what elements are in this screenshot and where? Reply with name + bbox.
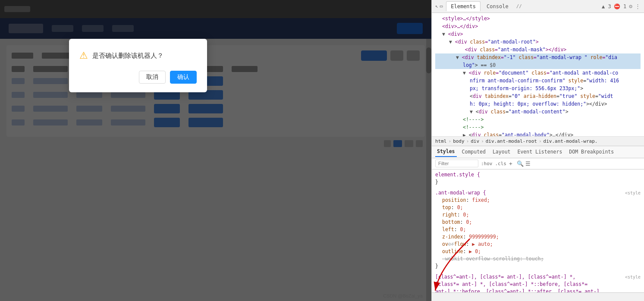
- devtools-icon-mobile[interactable]: ▭: [440, 3, 443, 9]
- devtools-styles-tabs: Styles Computed Layout Event Listeners D…: [432, 146, 644, 158]
- filter-icon-group: 🔍 ☰: [517, 160, 531, 167]
- devtools-status-bar: [432, 292, 644, 301]
- css-prop-outline: outline: ▶ 0;: [435, 248, 641, 255]
- modal-overlay: ⚠ 是否确认删除该机器人？ 取消 确认: [0, 0, 431, 301]
- more-options-icon[interactable]: ⋮: [635, 3, 641, 9]
- filter-class-toggle[interactable]: .cls: [495, 161, 507, 166]
- html-line: <style>…</style>: [435, 15, 641, 22]
- breadcrumb-div-modal-wrap[interactable]: div.ant-modal-wrap.: [543, 138, 598, 144]
- css-selector-line: [class^=ant-], [class*= ant-], [class^=a…: [435, 273, 641, 281]
- modal-dialog: ⚠ 是否确认删除该机器人？ 取消 确认: [69, 39, 207, 92]
- devtools-top-tabs: ↖ ▭ Elements Console // ▲ 3 ⛔ 1 ⚙ ⋮: [432, 0, 644, 13]
- css-selector-line-3: ant-] *::before, [class^=ant-] *::after,…: [435, 288, 641, 293]
- settings-icon[interactable]: ⚙: [629, 3, 632, 9]
- devtools-panel: ↖ ▭ Elements Console // ▲ 3 ⛔ 1 ⚙ ⋮ <sty…: [431, 0, 644, 301]
- modal-footer: 取消 确认: [79, 71, 197, 84]
- modal-cancel-button[interactable]: 取消: [139, 71, 166, 84]
- warnings-badge: ▲ 3: [602, 3, 611, 9]
- html-line: ▼ <div>: [435, 30, 641, 38]
- html-line: nfirm ant-modal-confirm-confirm" style="…: [435, 77, 641, 85]
- html-line: log"> == $0: [435, 61, 641, 69]
- html-line: ▼ <div class="ant-modal-content">: [435, 108, 641, 116]
- html-line-selected[interactable]: ▼ <div tabindex="-1" class="ant-modal-wr…: [435, 53, 641, 61]
- styles-tab-styles[interactable]: Styles: [435, 147, 457, 157]
- css-prop-bottom: bottom: 0;: [435, 219, 641, 226]
- html-line: h: 0px; height: 0px; overflow: hidden;">…: [435, 100, 641, 108]
- html-line: px; transform-origin: 556.6px 233px;">: [435, 85, 641, 92]
- html-line: <div class="ant-modal-mask"></div>: [435, 46, 641, 53]
- styles-tab-layout[interactable]: Layout: [491, 147, 512, 157]
- html-line: ▼ <div role="document" class="ant-modal …: [435, 69, 641, 77]
- css-prop-position: position: fixed;: [435, 197, 641, 204]
- html-line: ▼ <div class="ant-modal-root">: [435, 38, 641, 46]
- html-line: <div>…</div>: [435, 22, 641, 30]
- devtools-breadcrumb: html › body › div › div.ant-modal-root ›…: [432, 137, 644, 146]
- devtools-icon-cursor[interactable]: ↖: [435, 3, 438, 9]
- styles-tab-computed[interactable]: Computed: [460, 147, 487, 157]
- css-prop-top: top: 0;: [435, 204, 641, 211]
- html-line: ▶ <div class="ant-modal-body">…</div>: [435, 131, 641, 137]
- css-selector-line: .ant-modal-wrap { <style: [435, 189, 641, 197]
- filter-hover-toggle[interactable]: :hov: [481, 161, 493, 166]
- tab-elements[interactable]: Elements: [446, 1, 481, 11]
- css-close-brace: }: [435, 263, 641, 270]
- css-prop-right: right: 0;: [435, 211, 641, 219]
- html-line: <!---->: [435, 123, 641, 131]
- css-close-brace: }: [435, 179, 641, 186]
- devtools-toolbar-icons: ▲ 3 ⛔ 1 ⚙ ⋮: [602, 3, 641, 9]
- new-rule-icon[interactable]: ☰: [525, 160, 531, 167]
- css-prop-overflow: overflow: ▶ auto;: [435, 241, 641, 248]
- css-rule-ant-classes: [class^=ant-], [class*= ant-], [class^=a…: [435, 273, 641, 293]
- modal-message: 是否确认删除该机器人？: [92, 52, 163, 60]
- modal-body: ⚠ 是否确认删除该机器人？: [79, 51, 197, 60]
- errors-badge: ⛔ 1: [614, 3, 626, 9]
- html-line: <!---->: [435, 116, 641, 123]
- css-filter-input[interactable]: [435, 160, 478, 167]
- breadcrumb-div[interactable]: div: [471, 138, 479, 144]
- css-selector-line-2: [class*= ant-] *, [class^=ant-] *::befor…: [435, 281, 641, 288]
- css-selector-line: element.style {: [435, 171, 641, 179]
- styles-tab-event-listeners[interactable]: Event Listeners: [515, 147, 564, 157]
- modal-warning-icon: ⚠: [79, 51, 88, 60]
- tab-more[interactable]: //: [515, 2, 524, 11]
- css-prop-webkit-overflow: -webkit-overflow-scrolling: touch;: [435, 255, 641, 263]
- csdn-watermark: CSDN @BoZai_ya: [383, 293, 423, 298]
- filter-add-rule[interactable]: +: [509, 160, 512, 167]
- styles-tab-dom-breakpoints[interactable]: DOM Breakpoints: [567, 147, 616, 157]
- tab-console[interactable]: Console: [482, 2, 513, 11]
- css-prop-z-index: z-index: 999999999;: [435, 233, 641, 241]
- devtools-filter-bar: :hov .cls + 🔍 ☰: [432, 158, 644, 169]
- devtools-html-tree: <style>…</style> <div>…</div> ▼ <div> ▼ …: [432, 13, 644, 137]
- modal-confirm-button[interactable]: 确认: [170, 71, 197, 84]
- html-line: <div tabindex="0" aria-hidden="true" sty…: [435, 92, 641, 100]
- css-rule-ant-modal-wrap: .ant-modal-wrap { <style position: fixed…: [435, 189, 641, 270]
- inspect-icon[interactable]: 🔍: [517, 160, 524, 167]
- breadcrumb-div-modal-root[interactable]: div.ant-modal-root: [486, 138, 537, 144]
- css-prop-left: left: 0;: [435, 226, 641, 233]
- breadcrumb-html[interactable]: html: [435, 138, 447, 144]
- css-rule-element-style: element.style { }: [435, 171, 641, 186]
- browser-area: ⚠ 是否确认删除该机器人？ 取消 确认 CSDN @BoZai_ya: [0, 0, 431, 301]
- devtools-css-rules: element.style { } .ant-modal-wrap { <sty…: [432, 169, 644, 293]
- breadcrumb-body[interactable]: body: [453, 138, 465, 144]
